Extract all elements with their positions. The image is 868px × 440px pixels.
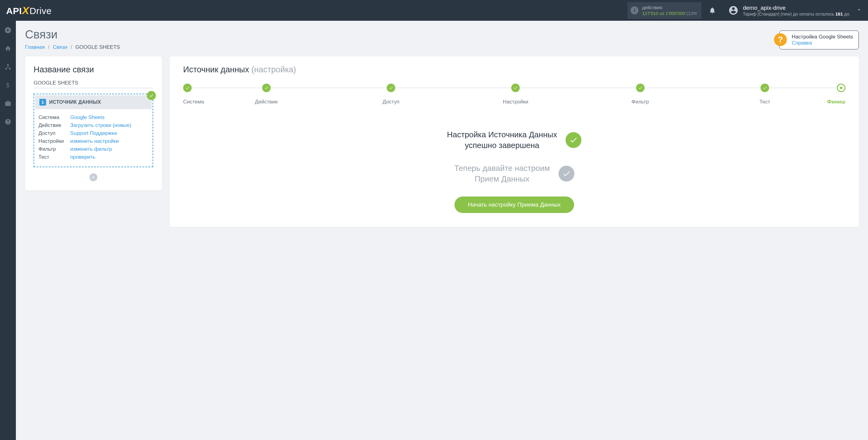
info-icon: i <box>630 6 639 14</box>
svg-point-2 <box>9 68 11 70</box>
check-icon-grey <box>559 166 575 182</box>
source-complete-icon <box>147 91 156 100</box>
breadcrumb-home[interactable]: Главная <box>25 44 45 50</box>
source-body: СистемаGoogle Sheets ДействиеЗагрузить с… <box>34 109 153 167</box>
main: ? Настройка Google Sheets Справка Связи … <box>16 21 868 234</box>
sidebar-item-enter[interactable] <box>0 24 16 37</box>
source-row-system: СистемаGoogle Sheets <box>38 114 148 121</box>
source-row-access: ДоступSupport Поддержка <box>38 129 148 137</box>
source-row-test: Тестпроверить <box>38 153 148 161</box>
connection-name[interactable]: GOOGLE SHEETS <box>34 80 153 88</box>
left-card-title: Название связи <box>34 65 153 74</box>
logo-x: X <box>22 5 29 17</box>
step-action[interactable]: Действие <box>204 84 329 105</box>
source-row-settings: Настройкиизменить настройки <box>38 137 148 145</box>
breadcrumb-current: GOOGLE SHEETS <box>75 44 120 50</box>
step-test[interactable]: Тест <box>703 84 827 105</box>
logo[interactable]: API X Drive <box>6 5 52 17</box>
user-tariff: Тариф |Стандарт| (new) до оплаты осталос… <box>743 11 850 17</box>
step-settings[interactable]: Настройки <box>453 84 578 105</box>
source-row-action: ДействиеЗагрузить строки (новые) <box>38 121 148 129</box>
header: API X Drive i действия: 127'010 из 1'000… <box>0 0 868 21</box>
breadcrumb-links[interactable]: Связи <box>53 44 67 50</box>
step-system[interactable]: Система <box>183 84 204 105</box>
source-box: 1 ИСТОЧНИК ДАННЫХ СистемаGoogle Sheets Д… <box>34 94 153 167</box>
actions-badge[interactable]: i действия: 127'010 из 1'000'000 (13% <box>627 2 701 19</box>
step-filter[interactable]: Фильтр <box>578 84 702 105</box>
stepper: Система Действие Доступ Настройки Фильтр… <box>183 84 845 105</box>
right-card-title: Источник данных (настройка) <box>183 65 845 74</box>
status-destination-pending: Теперь давайте настроим Прием Данных <box>183 163 845 184</box>
source-row-filter: Фильтризменить фильтр <box>38 145 148 153</box>
actions-pct: (13% <box>686 11 697 16</box>
card-source-setup: Источник данных (настройка) Система Дейс… <box>170 57 859 227</box>
help-box: ? Настройка Google Sheets Справка <box>779 31 859 50</box>
logo-drive: Drive <box>30 6 52 16</box>
help-link[interactable]: Справка <box>792 40 853 46</box>
help-title: Настройка Google Sheets <box>792 34 853 40</box>
start-destination-button[interactable]: Начать настройку Приема Данных <box>455 196 574 213</box>
breadcrumb: Главная / Связи / GOOGLE SHEETS <box>25 44 859 50</box>
sidebar <box>0 21 16 234</box>
svg-point-1 <box>5 68 7 70</box>
sidebar-item-help[interactable] <box>0 115 16 128</box>
sidebar-item-billing[interactable] <box>0 79 16 92</box>
actions-total: 1'000'000 <box>665 11 685 16</box>
logo-api: API <box>6 6 22 16</box>
step-finish[interactable]: Финиш <box>827 84 845 105</box>
source-header: 1 ИСТОЧНИК ДАННЫХ <box>35 95 152 109</box>
actions-text: действия: 127'010 из 1'000'000 (13% <box>642 5 697 17</box>
actions-label: действия: <box>642 5 697 11</box>
actions-count: 127'010 <box>642 11 658 16</box>
source-title: ИСТОЧНИК ДАННЫХ <box>49 99 101 105</box>
user-icon <box>728 5 739 15</box>
sidebar-item-briefcase[interactable] <box>0 97 16 110</box>
sidebar-item-home[interactable] <box>0 42 16 55</box>
help-question-icon: ? <box>774 33 787 46</box>
actions-of: из <box>659 11 664 16</box>
check-icon <box>565 132 581 148</box>
header-center: i действия: 127'010 из 1'000'000 (13% de… <box>627 2 862 19</box>
page-title: Связи <box>25 28 859 41</box>
chevron-down-icon[interactable] <box>857 7 862 14</box>
bell-icon[interactable] <box>709 7 716 14</box>
status-source-complete: Настройка Источника Данных успешно завер… <box>183 129 845 151</box>
source-number: 1 <box>39 99 46 105</box>
sidebar-item-connections[interactable] <box>0 60 16 73</box>
card-connection-name: Название связи GOOGLE SHEETS 1 ИСТОЧНИК … <box>25 57 162 190</box>
user-block[interactable]: demo_apix-drive Тариф |Стандарт| (new) д… <box>721 5 850 17</box>
user-info: demo_apix-drive Тариф |Стандарт| (new) д… <box>743 5 850 17</box>
step-access[interactable]: Доступ <box>329 84 453 105</box>
add-source-button[interactable]: + <box>89 173 97 181</box>
svg-point-0 <box>7 64 9 66</box>
user-name: demo_apix-drive <box>743 5 850 11</box>
cards: Название связи GOOGLE SHEETS 1 ИСТОЧНИК … <box>25 57 859 227</box>
